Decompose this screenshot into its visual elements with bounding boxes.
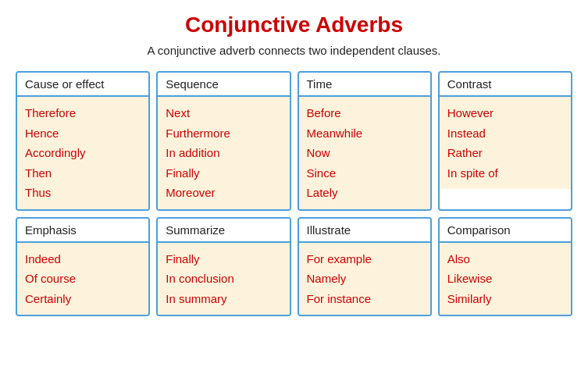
list-item: In conclusion <box>166 269 281 289</box>
list-item: In summary <box>166 289 281 309</box>
card-summarize: SummarizeFinallyIn conclusionIn summary <box>156 217 290 317</box>
list-item: Therefore <box>25 103 141 123</box>
list-item: Of course <box>25 269 141 289</box>
list-item: Likewise <box>447 269 563 289</box>
list-item: Furthermore <box>166 123 281 144</box>
card-header-cause-effect: Cause or effect <box>17 73 148 97</box>
list-item: Meanwhile <box>307 123 422 144</box>
cards-grid: Cause or effectThereforeHenceAccordingly… <box>16 71 572 316</box>
list-item: In spite of <box>447 163 563 184</box>
list-item: Now <box>307 143 422 163</box>
list-item: However <box>447 103 563 123</box>
card-header-summarize: Summarize <box>158 219 289 243</box>
list-item: Then <box>25 163 141 184</box>
card-body-emphasis: IndeedOf courseCertainly <box>17 243 148 315</box>
list-item: Rather <box>447 143 563 163</box>
card-emphasis: EmphasisIndeedOf courseCertainly <box>16 217 150 317</box>
list-item: Namely <box>307 269 422 289</box>
card-body-cause-effect: ThereforeHenceAccordinglyThenThus <box>17 97 148 209</box>
card-cause-effect: Cause or effectThereforeHenceAccordingly… <box>16 71 150 211</box>
subtitle: A conjunctive adverb connects two indepe… <box>16 44 572 57</box>
card-illustrate: IllustrateFor exampleNamelyFor instance <box>298 217 432 317</box>
list-item: Since <box>307 163 422 184</box>
page-title: Conjunctive Adverbs <box>16 12 572 37</box>
card-header-sequence: Sequence <box>158 73 289 97</box>
list-item: Similarly <box>447 289 563 309</box>
list-item: Next <box>166 103 281 123</box>
list-item: Indeed <box>25 249 141 269</box>
card-body-sequence: NextFurthermoreIn additionFinallyMoreove… <box>158 97 289 209</box>
card-comparison: ComparisonAlsoLikewiseSimilarly <box>438 217 572 317</box>
card-header-illustrate: Illustrate <box>299 219 430 243</box>
list-item: Instead <box>447 123 563 144</box>
list-item: For instance <box>307 289 422 309</box>
card-header-time: Time <box>299 73 430 97</box>
card-header-contrast: Contrast <box>440 73 571 97</box>
list-item: In addition <box>166 143 281 163</box>
card-sequence: SequenceNextFurthermoreIn additionFinall… <box>156 71 290 211</box>
card-header-emphasis: Emphasis <box>17 219 148 243</box>
card-body-contrast: HoweverInsteadRatherIn spite of <box>440 97 571 189</box>
card-body-summarize: FinallyIn conclusionIn summary <box>158 243 289 315</box>
list-item: Before <box>307 103 422 123</box>
list-item: For example <box>307 249 422 269</box>
list-item: Hence <box>25 123 141 144</box>
card-header-comparison: Comparison <box>440 219 571 243</box>
list-item: Lately <box>307 183 422 203</box>
list-item: Also <box>447 249 563 269</box>
card-time: TimeBeforeMeanwhileNowSinceLately <box>298 71 432 211</box>
card-body-comparison: AlsoLikewiseSimilarly <box>440 243 571 315</box>
list-item: Finally <box>166 163 281 184</box>
list-item: Accordingly <box>25 143 141 163</box>
list-item: Finally <box>166 249 281 269</box>
card-body-illustrate: For exampleNamelyFor instance <box>299 243 430 315</box>
list-item: Thus <box>25 183 141 203</box>
card-body-time: BeforeMeanwhileNowSinceLately <box>299 97 430 209</box>
list-item: Certainly <box>25 289 141 309</box>
list-item: Moreover <box>166 183 281 203</box>
card-contrast: ContrastHoweverInsteadRatherIn spite of <box>438 71 572 211</box>
